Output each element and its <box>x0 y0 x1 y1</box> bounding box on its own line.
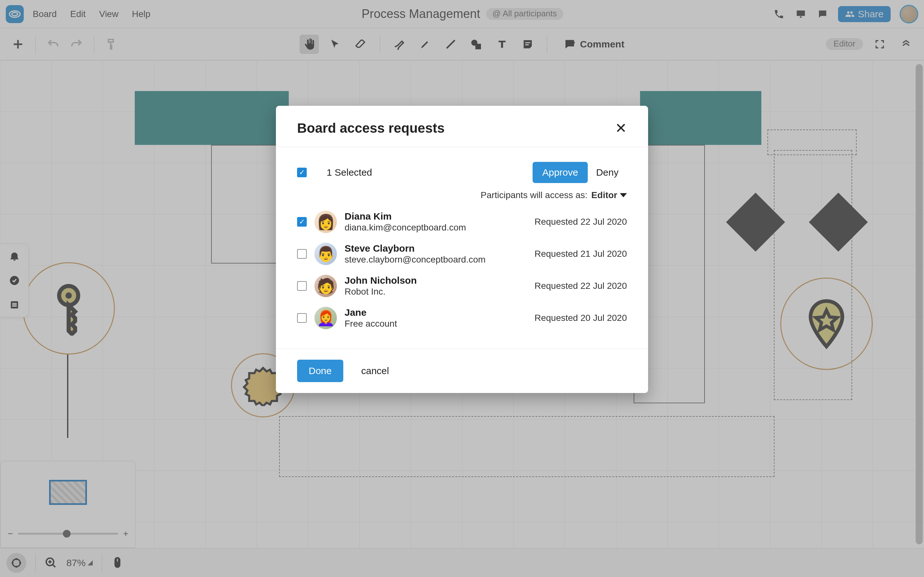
request-date: Requested 22 Jul 2020 <box>535 217 627 227</box>
selected-count: 1 Selected <box>326 167 372 178</box>
access-as-dropdown[interactable]: Editor <box>591 190 627 200</box>
request-row: 👩‍🦰 Jane Free account Requested 20 Jul 2… <box>297 307 627 329</box>
done-button[interactable]: Done <box>297 359 343 382</box>
request-checkbox[interactable] <box>297 313 307 323</box>
request-date: Requested 20 Jul 2020 <box>535 313 627 323</box>
dialog-header: Board access requests ✕ <box>276 106 648 147</box>
access-as-label: Participants will access as: <box>481 190 588 200</box>
request-name: John Nicholson <box>344 275 417 286</box>
cancel-button[interactable]: cancel <box>353 360 397 382</box>
access-requests-dialog: Board access requests ✕ ✓ 1 Selected App… <box>276 106 648 393</box>
close-icon[interactable]: ✕ <box>615 121 627 135</box>
request-checkbox[interactable] <box>297 249 307 259</box>
access-as-row: Participants will access as: Editor <box>297 190 627 200</box>
request-sub: diana.kim@conceptboard.com <box>344 222 466 233</box>
avatar: 👨 <box>314 243 337 265</box>
request-name: Diana Kim <box>344 211 466 222</box>
request-sub: steve.clayborn@conceptboard.com <box>344 255 485 265</box>
request-sub: Robot Inc. <box>344 287 417 297</box>
request-list: ✓ 👩 Diana Kim diana.kim@conceptboard.com… <box>297 211 627 329</box>
dialog-body: ✓ 1 Selected Approve Deny Participants w… <box>276 147 648 348</box>
deny-button[interactable]: Deny <box>588 162 627 183</box>
request-row: 🧑 John Nicholson Robot Inc. Requested 22… <box>297 275 627 297</box>
request-sub: Free account <box>344 319 397 329</box>
selection-row: ✓ 1 Selected Approve Deny <box>297 162 627 183</box>
request-checkbox[interactable] <box>297 281 307 291</box>
request-checkbox[interactable]: ✓ <box>297 217 307 227</box>
dialog-footer: Done cancel <box>276 348 648 393</box>
avatar: 👩 <box>314 211 337 233</box>
request-row: 👨 Steve Clayborn steve.clayborn@conceptb… <box>297 243 627 265</box>
request-row: ✓ 👩 Diana Kim diana.kim@conceptboard.com… <box>297 211 627 233</box>
request-name: Jane <box>344 307 397 318</box>
dialog-title: Board access requests <box>297 121 445 136</box>
request-date: Requested 21 Jul 2020 <box>535 249 627 259</box>
approve-button[interactable]: Approve <box>533 162 588 183</box>
avatar: 👩‍🦰 <box>314 307 337 329</box>
request-date: Requested 22 Jul 2020 <box>535 281 627 291</box>
select-all-checkbox[interactable]: ✓ <box>297 168 307 177</box>
avatar: 🧑 <box>314 275 337 297</box>
request-name: Steve Clayborn <box>344 243 485 254</box>
